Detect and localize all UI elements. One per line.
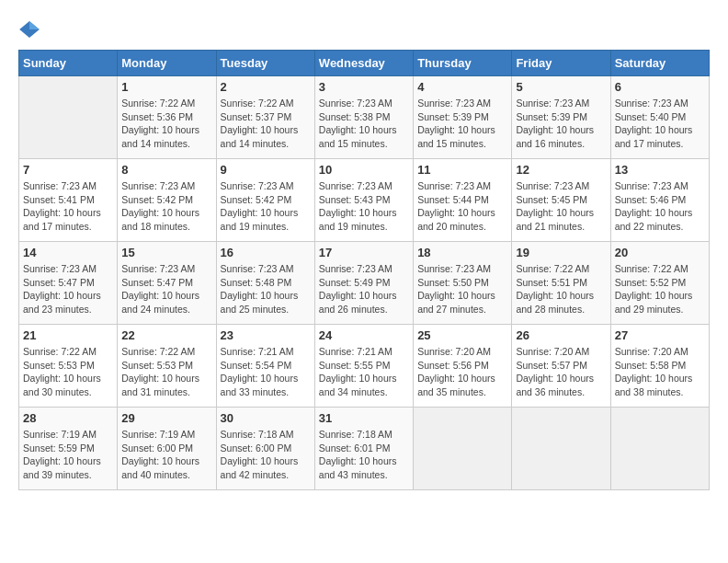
calendar-cell: 18Sunrise: 7:23 AMSunset: 5:50 PMDayligh… — [414, 242, 512, 325]
day-number: 15 — [121, 246, 211, 259]
day-number: 17 — [319, 246, 409, 259]
calendar-cell: 4Sunrise: 7:23 AMSunset: 5:39 PMDaylight… — [414, 76, 512, 159]
day-number: 31 — [319, 411, 409, 425]
weekday-header: Monday — [118, 51, 216, 76]
calendar-cell — [19, 76, 118, 159]
calendar-cell: 30Sunrise: 7:18 AMSunset: 6:00 PMDayligh… — [216, 408, 314, 490]
day-number: 29 — [121, 411, 211, 425]
day-info: Sunrise: 7:20 AMSunset: 5:56 PMDaylight:… — [417, 345, 507, 399]
day-info: Sunrise: 7:19 AMSunset: 5:59 PMDaylight:… — [23, 428, 113, 482]
calendar-week-row: 1Sunrise: 7:22 AMSunset: 5:36 PMDaylight… — [19, 76, 710, 159]
calendar-cell: 16Sunrise: 7:23 AMSunset: 5:48 PMDayligh… — [216, 242, 314, 325]
day-info: Sunrise: 7:22 AMSunset: 5:51 PMDaylight:… — [516, 262, 606, 316]
calendar-cell: 19Sunrise: 7:22 AMSunset: 5:51 PMDayligh… — [512, 242, 610, 325]
day-number: 11 — [417, 163, 507, 177]
day-info: Sunrise: 7:20 AMSunset: 5:58 PMDaylight:… — [615, 345, 705, 399]
calendar-cell: 6Sunrise: 7:23 AMSunset: 5:40 PMDaylight… — [610, 76, 709, 159]
calendar-table: SundayMondayTuesdayWednesdayThursdayFrid… — [18, 50, 710, 490]
calendar-cell: 12Sunrise: 7:23 AMSunset: 5:45 PMDayligh… — [512, 159, 610, 242]
day-number: 8 — [121, 163, 211, 177]
day-number: 6 — [615, 80, 705, 94]
calendar-cell: 14Sunrise: 7:23 AMSunset: 5:47 PMDayligh… — [19, 242, 118, 325]
page-header — [18, 18, 710, 40]
day-info: Sunrise: 7:23 AMSunset: 5:47 PMDaylight:… — [121, 262, 211, 316]
calendar-cell — [610, 408, 709, 490]
calendar-cell: 31Sunrise: 7:18 AMSunset: 6:01 PMDayligh… — [314, 408, 413, 490]
day-number: 27 — [615, 328, 705, 342]
calendar-cell: 20Sunrise: 7:22 AMSunset: 5:52 PMDayligh… — [610, 242, 709, 325]
day-info: Sunrise: 7:21 AMSunset: 5:55 PMDaylight:… — [319, 345, 409, 399]
day-number: 13 — [615, 163, 705, 177]
calendar-cell: 15Sunrise: 7:23 AMSunset: 5:47 PMDayligh… — [118, 242, 216, 325]
day-info: Sunrise: 7:23 AMSunset: 5:41 PMDaylight:… — [23, 179, 113, 234]
day-number: 4 — [417, 80, 507, 94]
weekday-header: Saturday — [610, 51, 709, 76]
calendar-cell: 17Sunrise: 7:23 AMSunset: 5:49 PMDayligh… — [314, 242, 413, 325]
calendar-week-row: 21Sunrise: 7:22 AMSunset: 5:53 PMDayligh… — [19, 325, 710, 408]
calendar-cell: 25Sunrise: 7:20 AMSunset: 5:56 PMDayligh… — [414, 325, 512, 408]
weekday-header-row: SundayMondayTuesdayWednesdayThursdayFrid… — [19, 51, 710, 76]
day-info: Sunrise: 7:21 AMSunset: 5:54 PMDaylight:… — [221, 345, 311, 399]
logo-icon — [18, 18, 40, 40]
day-info: Sunrise: 7:23 AMSunset: 5:39 PMDaylight:… — [516, 97, 606, 151]
day-number: 5 — [516, 80, 606, 94]
day-info: Sunrise: 7:22 AMSunset: 5:52 PMDaylight:… — [615, 262, 705, 316]
day-info: Sunrise: 7:23 AMSunset: 5:46 PMDaylight:… — [615, 179, 705, 234]
calendar-cell — [414, 408, 512, 490]
weekday-header: Thursday — [414, 51, 512, 76]
day-number: 26 — [516, 328, 606, 342]
calendar-cell: 29Sunrise: 7:19 AMSunset: 6:00 PMDayligh… — [118, 408, 216, 490]
day-info: Sunrise: 7:23 AMSunset: 5:40 PMDaylight:… — [615, 97, 705, 151]
day-number: 12 — [516, 163, 606, 177]
calendar-cell: 11Sunrise: 7:23 AMSunset: 5:44 PMDayligh… — [414, 159, 512, 242]
day-number: 1 — [121, 80, 211, 94]
day-number: 2 — [221, 80, 311, 94]
weekday-header: Wednesday — [314, 51, 413, 76]
calendar-cell: 22Sunrise: 7:22 AMSunset: 5:53 PMDayligh… — [118, 325, 216, 408]
day-info: Sunrise: 7:23 AMSunset: 5:49 PMDaylight:… — [319, 262, 409, 316]
calendar-cell: 10Sunrise: 7:23 AMSunset: 5:43 PMDayligh… — [314, 159, 413, 242]
day-info: Sunrise: 7:22 AMSunset: 5:53 PMDaylight:… — [23, 345, 113, 399]
day-number: 3 — [319, 80, 409, 94]
day-info: Sunrise: 7:19 AMSunset: 6:00 PMDaylight:… — [121, 428, 211, 482]
day-info: Sunrise: 7:23 AMSunset: 5:42 PMDaylight:… — [121, 179, 211, 234]
day-number: 16 — [221, 246, 311, 259]
calendar-cell: 8Sunrise: 7:23 AMSunset: 5:42 PMDaylight… — [118, 159, 216, 242]
day-info: Sunrise: 7:23 AMSunset: 5:47 PMDaylight:… — [23, 262, 113, 316]
day-number: 19 — [516, 246, 606, 259]
svg-marker-1 — [29, 21, 40, 29]
calendar-week-row: 28Sunrise: 7:19 AMSunset: 5:59 PMDayligh… — [19, 408, 710, 490]
day-info: Sunrise: 7:23 AMSunset: 5:39 PMDaylight:… — [417, 97, 507, 151]
day-number: 25 — [417, 328, 507, 342]
calendar-cell: 9Sunrise: 7:23 AMSunset: 5:42 PMDaylight… — [216, 159, 314, 242]
weekday-header: Friday — [512, 51, 610, 76]
calendar-cell: 2Sunrise: 7:22 AMSunset: 5:37 PMDaylight… — [216, 76, 314, 159]
day-info: Sunrise: 7:22 AMSunset: 5:37 PMDaylight:… — [221, 97, 311, 151]
calendar-cell: 13Sunrise: 7:23 AMSunset: 5:46 PMDayligh… — [610, 159, 709, 242]
day-info: Sunrise: 7:23 AMSunset: 5:48 PMDaylight:… — [221, 262, 311, 316]
day-info: Sunrise: 7:23 AMSunset: 5:50 PMDaylight:… — [417, 262, 507, 316]
day-info: Sunrise: 7:22 AMSunset: 5:53 PMDaylight:… — [121, 345, 211, 399]
day-info: Sunrise: 7:23 AMSunset: 5:38 PMDaylight:… — [319, 97, 409, 151]
logo — [18, 18, 44, 40]
day-info: Sunrise: 7:23 AMSunset: 5:45 PMDaylight:… — [516, 179, 606, 234]
calendar-cell: 28Sunrise: 7:19 AMSunset: 5:59 PMDayligh… — [19, 408, 118, 490]
calendar-cell: 3Sunrise: 7:23 AMSunset: 5:38 PMDaylight… — [314, 76, 413, 159]
calendar-week-row: 14Sunrise: 7:23 AMSunset: 5:47 PMDayligh… — [19, 242, 710, 325]
day-info: Sunrise: 7:23 AMSunset: 5:42 PMDaylight:… — [221, 179, 311, 234]
calendar-week-row: 7Sunrise: 7:23 AMSunset: 5:41 PMDaylight… — [19, 159, 710, 242]
day-number: 9 — [221, 163, 311, 177]
calendar-cell: 7Sunrise: 7:23 AMSunset: 5:41 PMDaylight… — [19, 159, 118, 242]
day-number: 20 — [615, 246, 705, 259]
day-number: 23 — [221, 328, 311, 342]
day-number: 22 — [121, 328, 211, 342]
day-info: Sunrise: 7:22 AMSunset: 5:36 PMDaylight:… — [121, 97, 211, 151]
day-info: Sunrise: 7:18 AMSunset: 6:00 PMDaylight:… — [221, 428, 311, 482]
day-info: Sunrise: 7:23 AMSunset: 5:44 PMDaylight:… — [417, 179, 507, 234]
calendar-cell: 21Sunrise: 7:22 AMSunset: 5:53 PMDayligh… — [19, 325, 118, 408]
day-number: 14 — [23, 246, 113, 259]
day-number: 18 — [417, 246, 507, 259]
day-number: 28 — [23, 411, 113, 425]
day-info: Sunrise: 7:18 AMSunset: 6:01 PMDaylight:… — [319, 428, 409, 482]
day-number: 21 — [23, 328, 113, 342]
